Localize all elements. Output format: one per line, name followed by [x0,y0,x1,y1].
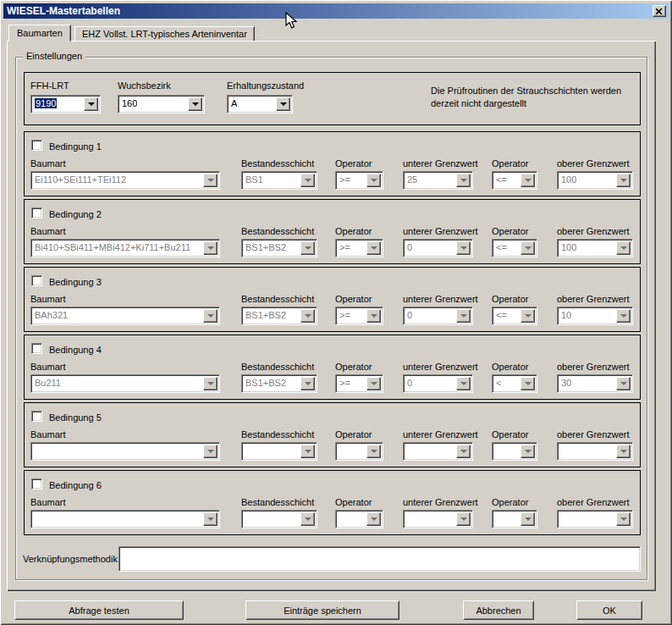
dropdown-arrow-icon[interactable] [203,512,218,526]
operator1-combo[interactable]: >= [335,239,383,257]
eintraege-speichern-button[interactable]: Einträge speichern [245,600,399,620]
operator2-combo[interactable]: <= [492,239,537,257]
condition-checkbox[interactable] [31,411,42,422]
dropdown-arrow-icon[interactable] [456,174,471,187]
operator1-combo[interactable]: >= [335,171,383,190]
dropdown-arrow-icon[interactable] [84,97,98,111]
condition-checkbox[interactable] [31,207,42,218]
dropdown-arrow-icon[interactable] [456,377,471,390]
dropdown-arrow-icon[interactable] [203,241,218,255]
dropdown-arrow-icon[interactable] [366,174,381,187]
operator1-combo[interactable] [335,510,383,528]
dropdown-arrow-icon[interactable] [203,445,218,458]
abfrage-testen-button[interactable]: Abfrage testen [14,600,184,620]
dropdown-arrow-icon[interactable] [203,174,218,187]
dropdown-arrow-icon[interactable] [300,309,315,323]
dropdown-arrow-icon[interactable] [521,241,535,255]
close-button[interactable] [653,5,666,17]
tab-ehz-arteninventar[interactable]: EHZ Vollst. LRT-typisches Arteninventar [74,26,255,41]
baumart-combo[interactable]: Bi410+SBi411+MBi412+Ki711+Bu211 [30,239,220,257]
baumart-combo[interactable] [30,442,220,461]
dropdown-arrow-icon[interactable] [366,445,381,458]
unterer-grenzwert-combo[interactable]: 0 [403,374,473,393]
dropdown-arrow-icon[interactable] [366,377,381,390]
dropdown-arrow-icon[interactable] [366,241,381,255]
bestandesschicht-combo[interactable]: BS1 [241,171,317,190]
dropdown-arrow-icon[interactable] [616,512,631,526]
dropdown-arrow-icon[interactable] [300,241,315,255]
oberer-grenzwert-combo[interactable]: 100 [557,171,633,190]
operator2-combo[interactable]: <= [492,171,537,190]
condition-checkbox[interactable] [31,140,42,151]
operator2-combo[interactable] [492,510,537,528]
oberer-grenzwert-combo[interactable] [557,510,633,528]
dropdown-arrow-icon[interactable] [616,174,631,187]
dropdown-arrow-icon[interactable] [616,445,631,458]
operator1-combo[interactable] [335,442,383,461]
unterer-grenzwert-combo[interactable] [403,442,473,461]
bestandesschicht-combo[interactable] [241,510,317,528]
operator1-combo[interactable]: >= [335,307,383,325]
operator2-combo[interactable]: < [492,374,537,393]
oberer-grenzwert-combo[interactable]: 100 [557,239,633,257]
dropdown-arrow-icon[interactable] [456,241,471,255]
oberer-grenzwert-combo[interactable] [557,442,633,461]
dropdown-arrow-icon[interactable] [276,97,290,111]
dropdown-arrow-icon[interactable] [456,512,471,526]
condition-checkbox[interactable] [31,275,42,286]
oberer-grenzwert-combo[interactable]: 10 [557,307,633,325]
bestandesschicht-combo[interactable]: BS1+BS2 [241,374,317,393]
condition-label: Bedingung 3 [49,277,102,287]
dropdown-arrow-icon[interactable] [300,174,315,187]
tab-baumarten[interactable]: Baumarten [8,25,71,41]
condition-checkbox[interactable] [31,343,42,354]
dropdown-arrow-icon[interactable] [521,309,535,323]
operator2-combo[interactable]: <= [492,307,537,325]
dropdown-arrow-icon[interactable] [521,377,535,390]
dropdown-arrow-icon[interactable] [521,512,535,526]
dropdown-arrow-icon[interactable] [188,97,202,111]
unterer-grenzwert-combo[interactable]: 0 [403,307,473,325]
dropdown-arrow-icon[interactable] [456,445,471,458]
oberer-grenzwert-combo[interactable]: 30 [557,374,633,393]
dropdown-arrow-icon[interactable] [300,512,315,526]
ffh-lrt-combo[interactable]: 9190 [30,95,101,113]
condition-label: Bedingung 2 [49,209,102,219]
dropdown-arrow-icon[interactable] [203,377,218,390]
baumart-combo[interactable]: Bu211 [30,374,220,393]
dropdown-arrow-icon[interactable] [616,309,631,323]
unterer-grenzwert-label: unterer Grenzwert [403,362,478,372]
baumart-combo[interactable]: BAh321 [30,307,220,325]
dropdown-arrow-icon[interactable] [300,445,315,458]
bestandesschicht-combo[interactable]: BS1+BS2 [241,239,317,257]
bestandesschicht-label: Bestandesschicht [241,497,314,507]
dropdown-arrow-icon[interactable] [203,309,218,323]
verknuepfungsmethodik-input[interactable] [118,546,641,572]
condition-checkbox[interactable] [31,478,42,489]
bestandesschicht-combo[interactable] [241,442,317,461]
unterer-grenzwert-combo[interactable] [403,510,473,528]
unterer-grenzwert-combo[interactable]: 0 [403,239,473,257]
dropdown-arrow-icon[interactable] [300,377,315,390]
operator1-combo[interactable]: >= [335,374,383,393]
dropdown-arrow-icon[interactable] [366,309,381,323]
oberer-grenzwert-label: oberer Grenzwert [557,429,630,440]
dropdown-arrow-icon[interactable] [521,174,535,187]
dropdown-arrow-icon[interactable] [456,309,471,323]
erhaltungszustand-combo[interactable]: A [227,95,293,113]
baumart-combo[interactable] [30,510,220,528]
wuchsbezirk-combo[interactable]: 160 [118,95,205,113]
baumart-combo[interactable]: Ei110+SEi111+TEi112 [30,171,220,190]
ok-button[interactable]: OK [576,600,642,620]
dropdown-arrow-icon[interactable] [521,445,535,458]
abbrechen-button[interactable]: Abbrechen [463,600,534,620]
dropdown-arrow-icon[interactable] [366,512,381,526]
operator2-combo[interactable] [492,442,537,461]
dropdown-arrow-icon[interactable] [616,241,631,255]
title-bar[interactable]: WIESEL-Mastertabellen [3,3,669,19]
bestandesschicht-combo[interactable]: BS1+BS2 [241,307,317,325]
unterer-grenzwert-combo[interactable]: 25 [403,171,473,190]
dropdown-arrow-icon[interactable] [616,377,631,390]
unterer-grenzwert-label: unterer Grenzwert [403,429,478,440]
operator1-label: Operator [335,362,372,372]
